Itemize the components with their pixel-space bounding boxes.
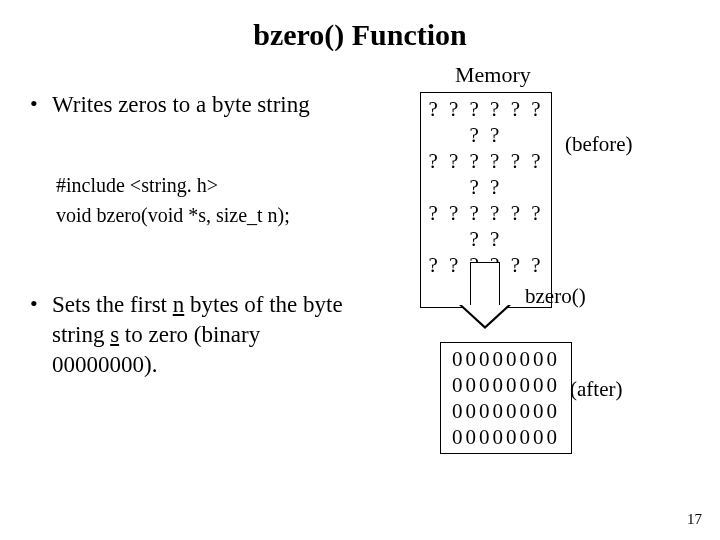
page-number: 17 xyxy=(687,511,702,528)
memory-row: 00000000 xyxy=(441,372,571,398)
bullet-sets-first-n: • Sets the first n bytes of the byte str… xyxy=(30,290,370,380)
arrow-down-icon xyxy=(455,262,515,332)
memory-label: Memory xyxy=(455,62,700,88)
memory-row: ? ? ? ? ? ? ? ? xyxy=(421,200,551,252)
code-prototype: void bzero(void *s, size_t n); xyxy=(56,200,370,230)
memory-box-after: 00000000 00000000 00000000 00000000 xyxy=(440,342,572,454)
bullet-writes-zeros: • Writes zeros to a byte string xyxy=(30,90,370,120)
text-fragment: Sets the first xyxy=(52,292,173,317)
slide: bzero() Function • Writes zeros to a byt… xyxy=(0,0,720,540)
underlined-s: s xyxy=(110,322,119,347)
underlined-n: n xyxy=(173,292,185,317)
bullet-text: Sets the first n bytes of the byte strin… xyxy=(52,290,370,380)
code-include: #include <string. h> xyxy=(56,170,370,200)
left-column: • Writes zeros to a byte string #include… xyxy=(30,90,370,380)
memory-row: 00000000 xyxy=(441,346,571,372)
bullet-dot-icon: • xyxy=(30,290,52,318)
memory-row: 00000000 xyxy=(441,424,571,450)
right-column: Memory ? ? ? ? ? ? ? ? ? ? ? ? ? ? ? ? ?… xyxy=(400,62,700,308)
bzero-call-label: bzero() xyxy=(525,284,586,309)
code-block: #include <string. h> void bzero(void *s,… xyxy=(56,170,370,230)
memory-row: 00000000 xyxy=(441,398,571,424)
bullet-dot-icon: • xyxy=(30,90,52,118)
memory-row: ? ? ? ? ? ? ? ? xyxy=(421,96,551,148)
memory-row: ? ? ? ? ? ? ? ? xyxy=(421,148,551,200)
before-label: (before) xyxy=(565,132,633,157)
slide-title: bzero() Function xyxy=(0,0,720,52)
after-label: (after) xyxy=(570,377,622,402)
bullet-text: Writes zeros to a byte string xyxy=(52,90,310,120)
